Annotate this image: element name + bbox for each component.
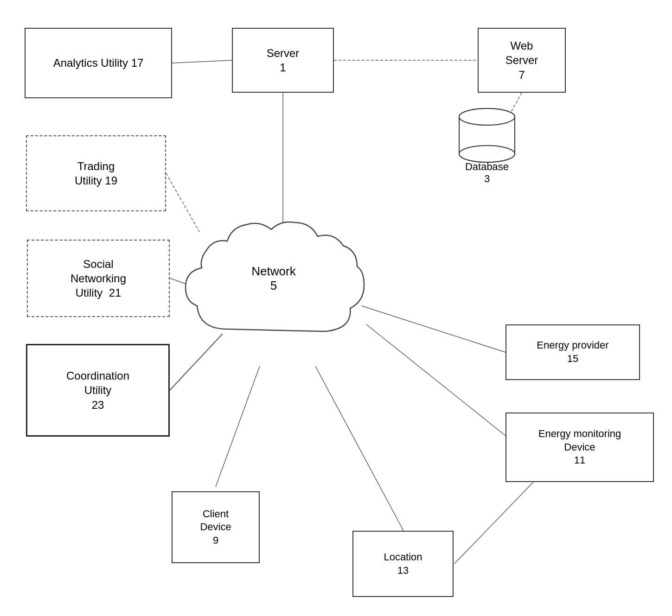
analytics-utility-box: Analytics Utility 17 <box>25 28 172 98</box>
energy-provider-box: Energy provider15 <box>506 324 640 380</box>
network-cloud: Network5 <box>172 199 376 375</box>
trading-utility-box: TradingUtility 19 <box>26 135 166 211</box>
server-box: Server1 <box>232 28 334 93</box>
webserver-box: WebServer7 <box>478 28 566 93</box>
svg-line-0 <box>172 60 232 63</box>
energy-provider-label: Energy provider15 <box>537 339 608 365</box>
analytics-label: Analytics Utility 17 <box>53 56 144 70</box>
energy-monitoring-label: Energy monitoringDevice11 <box>538 427 621 467</box>
social-networking-box: SocialNetworkingUtility 21 <box>27 240 170 317</box>
svg-line-11 <box>454 482 533 564</box>
social-label: SocialNetworkingUtility 21 <box>70 257 126 300</box>
location-box: Location13 <box>352 531 454 597</box>
database-icon <box>454 105 519 165</box>
coordination-utility-box: CoordinationUtility23 <box>26 344 170 437</box>
svg-point-19 <box>459 108 515 125</box>
energy-monitoring-box: Energy monitoringDevice11 <box>506 413 654 482</box>
coordination-label: CoordinationUtility23 <box>66 368 129 412</box>
server-label: Server1 <box>267 46 300 75</box>
network-label: Network5 <box>251 264 295 293</box>
trading-label: TradingUtility 19 <box>75 159 117 188</box>
webserver-label: WebServer7 <box>506 38 538 82</box>
diagram: Analytics Utility 17 TradingUtility 19 S… <box>0 0 672 616</box>
svg-line-9 <box>362 306 506 352</box>
svg-line-8 <box>315 366 403 531</box>
svg-point-18 <box>459 146 515 162</box>
svg-line-10 <box>366 324 506 436</box>
client-label: ClientDevice9 <box>200 508 231 547</box>
location-label: Location13 <box>384 551 422 577</box>
svg-line-7 <box>216 366 260 487</box>
database-label: Database3 <box>465 161 509 185</box>
client-device-box: ClientDevice9 <box>172 491 260 563</box>
database-container: Database3 <box>450 104 524 185</box>
